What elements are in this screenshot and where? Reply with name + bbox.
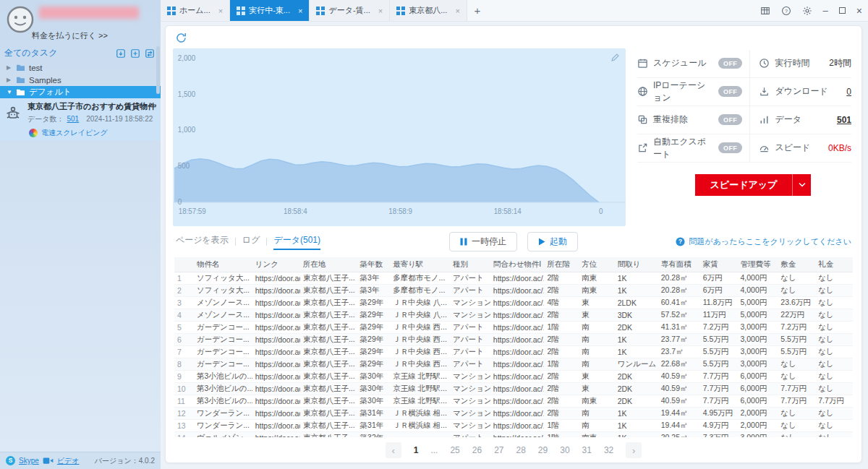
refresh-button[interactable] (173, 30, 189, 46)
subtab-data[interactable]: データ(501) (273, 234, 320, 250)
table-row[interactable]: 11第3小池ビルの...https://door.ac/...東京都八王子...… (174, 395, 853, 407)
auto-export-setting[interactable]: 自動エクスポート OFF (637, 134, 750, 163)
close-tab-icon[interactable]: × (294, 7, 302, 15)
table-row[interactable]: 8ガーデンコー...https://door.ac/...東京都八王子...築2… (174, 358, 853, 370)
table-row[interactable]: 2ソフィッタ大...https://door.ac/...東京都八王子...築3… (174, 284, 853, 296)
svg-text:1,000: 1,000 (178, 126, 196, 134)
help-link[interactable]: ? 問題があったらここをクリックしてください (676, 236, 851, 247)
svg-text:?: ? (785, 8, 788, 13)
column-header[interactable]: 築年数 (357, 257, 391, 272)
ip-rotation-setting[interactable]: IPローテーション OFF (637, 78, 750, 106)
sidebar-folder-default[interactable]: ▼ デフォルト (0, 86, 161, 98)
schedule-setting[interactable]: スケジュール OFF (637, 50, 750, 78)
speedup-button[interactable]: スピードアップ (695, 174, 811, 196)
next-page-button[interactable]: › (626, 442, 642, 458)
table-cell: 南 (579, 333, 615, 345)
help-icon[interactable]: ? (781, 6, 791, 16)
page-number[interactable]: 25 (450, 445, 459, 455)
subtab-log[interactable]: ログ (242, 234, 260, 250)
column-header[interactable] (174, 257, 194, 272)
table-row[interactable]: 9第3小池ビルの...https://door.ac/...東京都八王子...築… (174, 370, 853, 382)
table-row[interactable]: 6ガーデンコー...https://door.ac/...東京都八王子...築2… (174, 333, 853, 345)
data-count-link[interactable]: 501 (837, 115, 851, 125)
column-header[interactable]: 間取り (615, 257, 658, 272)
download-count-link[interactable]: 0 (846, 87, 851, 97)
gear-icon[interactable] (802, 6, 812, 16)
table-cell: 11万円 (700, 309, 738, 321)
pause-button[interactable]: 一時停止 (449, 232, 517, 251)
video-link[interactable]: ビデオ (57, 456, 80, 466)
run-subtab-row: ページを表示 ログ データ(501) 一時停止 起動 (166, 226, 861, 254)
column-header[interactable]: 専有面積 (658, 257, 700, 272)
close-tab-icon[interactable]: × (451, 7, 459, 15)
table-row[interactable]: 13ワンダーラン...https://door.ac/...東京都八王子...築… (174, 419, 853, 431)
subtab-show-page[interactable]: ページを表示 (176, 234, 229, 250)
column-header[interactable]: 問合わせ物件I (490, 257, 545, 272)
table-cell: 2 (174, 284, 194, 296)
page-ellipsis: ... (430, 445, 438, 455)
table-row[interactable]: 10第3小池ビルの...https://door.ac/...東京都八王子...… (174, 382, 853, 395)
new-tab-button[interactable]: + (467, 0, 488, 21)
all-tasks-label: 全てのタスク (4, 47, 57, 59)
table-cell: 2,000円 (737, 419, 778, 431)
off-toggle[interactable]: OFF (718, 58, 743, 69)
table-cell: 6万円 (700, 284, 738, 296)
sidebar-scrollbar[interactable] (156, 46, 160, 94)
sidebar-folder-test[interactable]: ▶ test (0, 61, 161, 74)
new-task-icon[interactable] (130, 48, 140, 59)
edit-icon[interactable] (610, 53, 620, 62)
switch-view-icon[interactable] (145, 48, 155, 59)
scraping-mode-link[interactable]: 電速スクレイピング (41, 128, 108, 138)
page-number[interactable]: 32 (604, 445, 613, 455)
chevron-down-icon[interactable] (792, 174, 811, 196)
column-header[interactable]: 所在階 (544, 257, 579, 272)
table-row[interactable]: 4メゾンノース...https://door.ac/...東京都八王子...築2… (174, 309, 853, 321)
page-number[interactable]: 29 (538, 445, 548, 455)
page-number[interactable]: 31 (582, 445, 592, 455)
start-button[interactable]: 起動 (527, 232, 578, 251)
tab-tokyo[interactable]: 東京都八... × (390, 0, 467, 21)
table-cell: 1K (615, 431, 658, 437)
column-header[interactable]: 方位 (579, 257, 615, 272)
page-number[interactable]: 1 (414, 445, 419, 455)
column-header[interactable]: 敷金 (778, 257, 815, 272)
import-task-icon[interactable] (116, 48, 126, 59)
sidebar-folder-samples[interactable]: ▶ Samples (0, 74, 161, 86)
tab-home[interactable]: ホーム... × (161, 0, 230, 21)
table-row[interactable]: 5ガーデンコー...https://door.ac/...東京都八王子...築2… (174, 321, 853, 333)
data-count-link[interactable]: 501 (67, 115, 79, 123)
off-toggle[interactable]: OFF (718, 114, 743, 125)
task-card[interactable]: 東京都八王子市のおすすめ賃貸物件情報【... データ数： 501 2024-11… (0, 98, 161, 141)
prev-page-button[interactable]: ‹ (386, 442, 401, 458)
column-header[interactable]: 礼金 (815, 257, 853, 272)
table-row[interactable]: 3メゾンノース...https://door.ac/...東京都八王子...築2… (174, 296, 853, 309)
table-row[interactable]: 7ガーデンコー...https://door.ac/...東京都八王子...築2… (174, 345, 853, 358)
folder-label: デフォルト (29, 87, 72, 98)
maximize-icon[interactable] (839, 7, 846, 14)
column-header[interactable]: リンク (252, 257, 300, 272)
column-header[interactable]: 所在地 (300, 257, 357, 272)
table-row[interactable]: 14ヴェルメゾン...https://door.ac/...東京都八王子...築… (174, 431, 853, 437)
skype-link[interactable]: Skype (19, 457, 39, 465)
close-tab-icon[interactable]: × (214, 7, 223, 15)
page-number[interactable]: 27 (494, 445, 503, 455)
column-header[interactable]: 種別 (450, 257, 490, 272)
tab-label: データ-賃... (328, 5, 370, 16)
off-toggle[interactable]: OFF (718, 86, 743, 97)
close-tab-icon[interactable]: × (374, 7, 383, 15)
column-header[interactable]: 家賃 (700, 257, 738, 272)
table-row[interactable]: 1ソフィッタ大...https://door.ac/...東京都八王子...築3… (174, 272, 853, 284)
column-header[interactable]: 管理費等 (737, 257, 778, 272)
table-row[interactable]: 12ワンダーラン...https://door.ac/...東京都八王子...築… (174, 407, 853, 419)
apps-grid-icon[interactable] (760, 6, 770, 16)
page-number[interactable]: 26 (472, 445, 482, 455)
page-number[interactable]: 30 (560, 445, 569, 455)
page-number[interactable]: 28 (516, 445, 525, 455)
column-header[interactable]: 物件名 (194, 257, 252, 272)
off-toggle[interactable]: OFF (718, 142, 743, 153)
tab-data[interactable]: データ-賃... × (310, 0, 390, 21)
tab-running[interactable]: 実行中-東... × (230, 0, 310, 21)
column-header[interactable]: 最寄り駅 (390, 257, 450, 272)
dedupe-setting[interactable]: 重複排除 OFF (637, 106, 750, 134)
payment-link[interactable]: 料金を払うに行く >> (32, 30, 108, 41)
